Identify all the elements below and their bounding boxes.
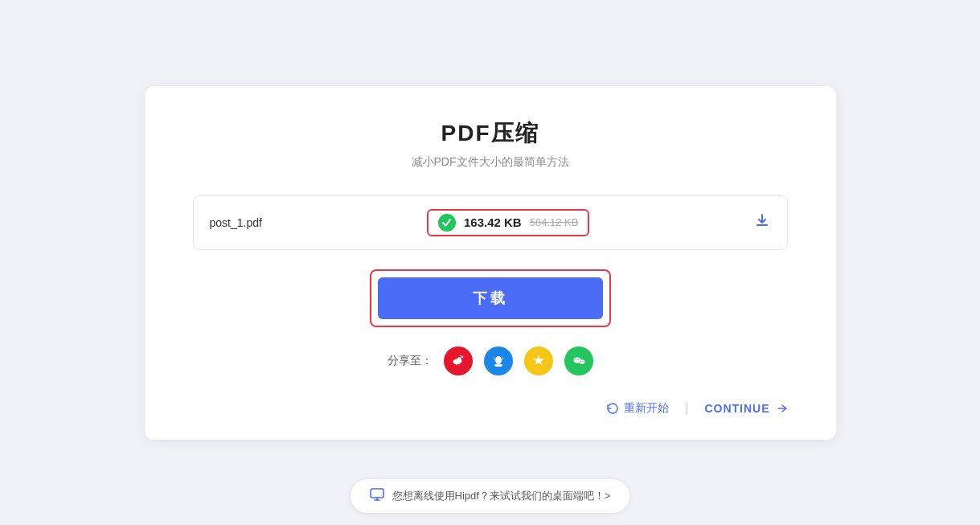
svg-point-7 [577,359,578,359]
footer-bar: 您想离线使用Hipdf？来试试我们的桌面端吧！> [0,467,980,525]
qq-share-icon[interactable] [484,347,513,375]
continue-label: CONTINUE [704,402,769,415]
old-size: 584.12 KB [530,216,579,228]
page-title: PDF压缩 [441,118,539,149]
file-row: post_1.pdf 163.42 KB 584.12 KB [193,195,788,250]
wechat-share-icon[interactable] [564,347,593,375]
download-btn-wrapper: 下载 [370,269,611,327]
svg-point-6 [575,359,576,359]
svg-point-8 [580,360,580,361]
download-icon-button[interactable] [754,212,770,232]
check-icon [438,214,456,232]
svg-point-9 [582,360,583,361]
continue-button[interactable]: CONTINUE [704,402,787,415]
share-label: 分享至： [387,354,433,368]
svg-marker-3 [533,355,544,365]
download-button[interactable]: 下载 [378,277,603,319]
restart-label: 重新开始 [624,401,669,416]
svg-point-2 [495,356,502,364]
page-wrapper: PDF压缩 减小PDF文件大小的最简单方法 post_1.pdf 163.42 … [0,0,980,525]
footer-text: 您想离线使用Hipdf？来试试我们的桌面端吧！> [392,489,611,503]
svg-point-5 [579,359,584,364]
favorites-share-icon[interactable] [524,347,553,375]
file-name: post_1.pdf [210,216,262,229]
restart-button[interactable]: 重新开始 [606,401,669,416]
desktop-icon [370,487,384,505]
page-subtitle: 减小PDF文件大小的最简单方法 [412,155,569,170]
svg-rect-10 [371,489,383,498]
footer-banner[interactable]: 您想离线使用Hipdf？来试试我们的桌面端吧！> [350,478,631,514]
file-size-area: 163.42 KB 584.12 KB [427,209,589,236]
bottom-actions: 重新开始 | CONTINUE [606,401,787,416]
svg-point-1 [460,355,461,356]
weibo-share-icon[interactable] [444,347,473,375]
share-row: 分享至： [387,347,593,375]
main-card: PDF压缩 减小PDF文件大小的最简单方法 post_1.pdf 163.42 … [145,86,836,440]
new-size: 163.42 KB [464,215,522,229]
divider: | [685,401,688,416]
svg-point-0 [461,355,462,357]
